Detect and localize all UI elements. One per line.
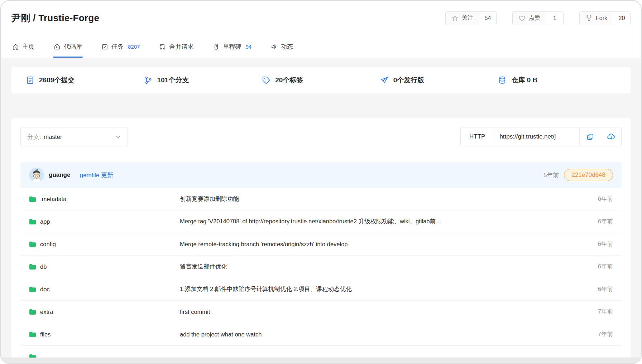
commit-message[interactable]: Merge remote-tracking branch 'remotes/or… [180,241,574,248]
table-row[interactable]: doc 1.添加文档 2.邮件中缺陷序号计算机制优化 2.项目、课程动态优化 6… [20,278,622,301]
stat-label: 0个发行版 [393,76,425,85]
page-title: 尹刚 / Trustie-Forge [11,12,99,24]
branch-label: 分支: [27,134,41,140]
tab-badge: 94 [245,44,251,50]
commit-message[interactable]: 1.添加文档 2.邮件中缺陷序号计算机制优化 2.项目、课程动态优化 [180,285,574,293]
chevron-down-icon [115,134,121,140]
file-name[interactable]: files [40,331,51,338]
commit-message[interactable]: add the project what one watch [180,331,574,338]
commit-message[interactable]: 留言发送邮件优化 [180,263,574,271]
release-icon [380,76,389,84]
file-name[interactable]: app [40,218,50,225]
tab-label: 合并请求 [169,43,193,51]
watch-label: 关注 [462,14,473,22]
tab-issues[interactable]: 任务 8207 [101,35,140,58]
stat-repo-size[interactable]: 仓库 0 B [498,76,616,85]
commit-time: 5年前 [543,171,559,179]
file-name[interactable]: doc [40,286,50,293]
commit-author[interactable]: guange [49,171,70,179]
stat-label: 20个标签 [275,76,303,85]
database-icon [498,76,507,84]
copy-icon [586,133,594,141]
file-name[interactable]: db [40,263,47,270]
tab-label: 代码库 [64,43,82,51]
stat-label: 101个分支 [157,76,189,85]
table-row[interactable]: config Merge remote-tracking branch 'rem… [20,233,622,256]
commit-message[interactable]: 创新竞赛添加删除功能 [180,195,574,203]
repo-stats-bar: 2609个提交 101个分支 20个标签 0个发行版 [11,67,631,93]
file-name[interactable]: extra [40,309,53,315]
watch-count[interactable]: 54 [479,12,496,25]
table-row[interactable]: files add the project what one watch 7年前 [20,323,622,346]
commit-message[interactable]: Merge tag 'V20140708' of http://reposito… [180,218,574,225]
folder-icon [29,241,36,247]
folder-icon [29,309,36,315]
download-button[interactable] [600,127,621,146]
watch-button[interactable]: 关注 54 [445,11,497,25]
repo-header: 尹刚 / Trustie-Forge 关注 54 [1,1,641,58]
stat-commits[interactable]: 2609个提交 [26,76,144,85]
window-bottom-edge [1,358,641,363]
cloud-download-icon [607,132,615,141]
commit-time: 6年前 [574,263,613,271]
stat-branches[interactable]: 101个分支 [144,76,262,85]
clone-url-input[interactable]: https://git.trustie.net/j [494,127,580,146]
stat-label: 2609个提交 [39,76,75,85]
repo-card: 分支:master HTTP https://git.trustie.net/j [11,118,631,364]
commit-time: 6年前 [574,285,613,293]
tab-pulls[interactable]: 合并请求 [158,35,194,58]
table-row[interactable]: app Merge tag 'V20140708' of http://repo… [20,210,622,233]
tag-icon [262,76,270,84]
commit-time: 7年前 [574,308,613,316]
protocol-select[interactable]: HTTP [461,127,494,146]
praise-count[interactable]: 1 [546,12,563,25]
avatar[interactable] [29,168,44,183]
commit-time: 7年前 [574,330,613,338]
repo-toolbar: 分支:master HTTP https://git.trustie.net/j [20,127,622,146]
stat-label: 仓库 0 B [511,76,537,85]
folder-icon [29,264,36,270]
milestone-icon [213,43,220,50]
speaker-icon [271,43,278,50]
tab-milestones[interactable]: 里程碑 94 [212,35,252,58]
tab-label: 动态 [281,43,293,51]
commit-hash-badge[interactable]: 221e70d648 [564,169,613,181]
tab-code[interactable]: 代码库 [53,35,83,58]
praise-button[interactable]: 点赞 1 [512,11,564,25]
clone-url-group: HTTP https://git.trustie.net/j [460,127,622,146]
fork-label: Fork [596,15,607,21]
latest-commit-bar: guange gemfile 更新 5年前 221e70d648 [20,162,622,188]
latest-commit-message[interactable]: gemfile 更新 [80,171,113,179]
folder-icon [29,286,36,292]
task-icon [101,43,108,50]
table-row[interactable]: .metadata 创新竞赛添加删除功能 6年前 [20,188,622,210]
commit-time: 6年前 [574,218,613,225]
stat-releases[interactable]: 0个发行版 [380,76,498,85]
table-row[interactable]: extra first commit 7年前 [20,301,622,323]
app-window: 尹刚 / Trustie-Forge 关注 54 [0,0,642,364]
branch-value: master [44,134,62,140]
file-name[interactable]: .metadata [40,196,66,203]
commit-message[interactable]: first commit [180,309,574,315]
heart-icon [518,15,526,22]
file-list: .metadata 创新竞赛添加删除功能 6年前 app Merg [20,188,622,364]
table-row[interactable]: db 留言发送邮件优化 6年前 [20,256,622,278]
fork-count[interactable]: 20 [613,12,630,25]
star-icon [451,15,459,22]
page-body: 2609个提交 101个分支 20个标签 0个发行版 [1,58,641,364]
tab-activity[interactable]: 动态 [270,35,294,58]
repo-tabs: 主页 代码库 任务 8207 合并请 [11,35,631,58]
file-name[interactable]: config [40,241,56,248]
branch-selector[interactable]: 分支:master [20,127,128,146]
stat-tags[interactable]: 20个标签 [262,76,380,85]
commits-icon [26,76,34,84]
branch-icon [144,76,153,84]
tab-badge: 8207 [128,44,140,50]
repo-actions: 关注 54 点赞 1 [445,11,631,25]
tab-home[interactable]: 主页 [11,35,35,58]
copy-button[interactable] [580,127,600,146]
fork-button[interactable]: Fork 20 [579,11,631,25]
folder-icon [29,219,36,225]
commit-time: 6年前 [574,195,613,203]
code-repo-icon [54,43,61,50]
